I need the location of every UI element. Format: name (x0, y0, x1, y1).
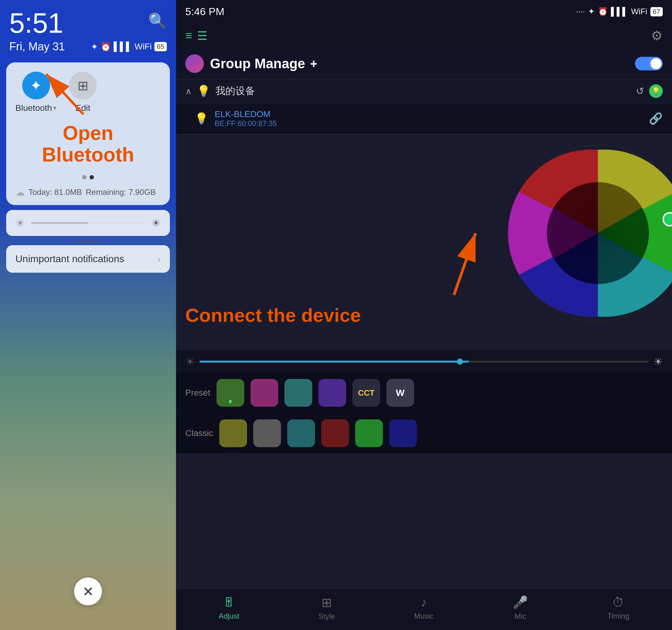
right-battery: 67 (650, 7, 663, 16)
nav-adjust[interactable]: 🎚 Adjust (219, 596, 239, 621)
mic-label: Mic (515, 612, 526, 621)
app-header: ≡ ☰ ⚙ (176, 23, 672, 48)
brightness-slider[interactable] (31, 222, 145, 224)
refresh-icon[interactable]: ↺ (636, 85, 644, 97)
preset-chip-cct[interactable]: CCT (352, 379, 380, 407)
right-bluetooth-icon: ✦ (588, 7, 595, 16)
group-title: Group Manage + (210, 56, 317, 71)
device-section-title: 我的设备 (216, 84, 631, 98)
close-icon: ✕ (82, 584, 94, 600)
nav-style[interactable]: ⊞ Style (318, 596, 335, 621)
nav-timing[interactable]: ⏱ Timing (607, 596, 629, 621)
classic-chip-olive[interactable] (219, 419, 247, 447)
battery-badge: 65 (154, 42, 167, 51)
svg-point-5 (663, 213, 672, 226)
style-icon: ⊞ (321, 596, 332, 610)
classic-chip-green[interactable] (355, 419, 383, 447)
nav-mic[interactable]: 🎤 Mic (513, 595, 528, 621)
data-usage-row: ☁ Today: 81.0MB Remaining: 7.90GB (16, 187, 161, 198)
left-date: Fri, May 31 (9, 40, 65, 53)
sun-dim-icon: ☀ (16, 217, 25, 229)
group-avatar (185, 54, 204, 73)
music-label: Music (414, 612, 434, 621)
right-panel: 5:46 PM ···· ✦ ⏰ ▌▌▌ WiFi 67 ≡ ☰ ⚙ Group… (176, 0, 672, 630)
search-icon[interactable]: 🔍 (148, 13, 167, 30)
right-signal-icon: ▌▌▌ (611, 7, 628, 16)
preset-label: Preset (185, 388, 210, 398)
classic-chip-teal[interactable] (287, 419, 315, 447)
settings-gear-icon[interactable]: ⚙ (651, 28, 663, 43)
dot-1 (82, 175, 87, 179)
bluetooth-quick-item[interactable]: ✦ Bluetooth ▾ (16, 72, 56, 113)
timing-icon: ⏱ (612, 596, 624, 609)
link-connected-badge: 💡 (649, 84, 663, 98)
add-group-button[interactable]: + (310, 57, 317, 71)
alarm-status-icon: ⏰ (100, 42, 111, 52)
chevron-up-icon[interactable]: ∧ (185, 86, 192, 96)
page-dots (16, 175, 161, 179)
brightness-card[interactable]: ☀ ☀ (6, 210, 170, 236)
right-wifi-icon: WiFi (631, 7, 647, 16)
chevron-right-icon: › (157, 253, 161, 265)
preset-chip-w[interactable]: W (386, 379, 414, 407)
sun-bright-icon: ☀ (151, 217, 161, 229)
color-wheel-area[interactable]: Connect the device (176, 134, 672, 350)
preset-chip-violet[interactable] (318, 379, 346, 407)
quick-settings-card: ✦ Bluetooth ▾ ⊞ Edit Open Bluetooth (6, 63, 170, 205)
nav-music[interactable]: ♪ Music (414, 596, 434, 621)
classic-chip-red[interactable] (321, 419, 349, 447)
connect-device-text: Connect the device (185, 305, 361, 326)
notifications-card[interactable]: Unimportant notifications › (6, 245, 170, 273)
device-header: ∧ 💡 我的设备 ↺ 💡 (176, 79, 672, 103)
chevron-down-icon: ▾ (53, 104, 56, 112)
classic-row: Classic (176, 413, 672, 453)
classic-chip-gray[interactable] (253, 419, 281, 447)
app-menu-icon[interactable]: ≡ (185, 29, 192, 42)
link-badge-icon: 💡 (652, 87, 660, 95)
right-time: 5:46 PM (185, 5, 224, 18)
svg-line-7 (454, 233, 476, 295)
data-remaining: Remaining: 7.90GB (86, 188, 155, 197)
brightness-row-right[interactable]: ☀ ☀ (176, 350, 672, 373)
group-manage-bar: Group Manage + (176, 48, 672, 79)
quick-icons-row: ✦ Bluetooth ▾ ⊞ Edit (16, 72, 161, 113)
style-label: Style (318, 612, 335, 621)
connect-arrow (392, 209, 500, 301)
data-today: Today: 81.0MB (28, 188, 82, 197)
signal-bars-icon: ▌▌▌ (114, 42, 132, 52)
device-section: ∧ 💡 我的设备 ↺ 💡 💡 ELK-BLEDOM BE:FF:60:00:87… (176, 79, 672, 134)
close-button[interactable]: ✕ (74, 578, 102, 605)
device-model: ELK-BLEDOM (215, 109, 643, 119)
device-list-item[interactable]: 💡 ELK-BLEDOM BE:FF:60:00:87:35 🔗 (176, 103, 672, 134)
color-wheel[interactable] (505, 141, 672, 326)
music-icon: ♪ (421, 596, 427, 609)
edit-quick-item[interactable]: ⊞ Edit (69, 72, 97, 113)
dot-2 (90, 175, 94, 179)
drag-handle (76, 241, 100, 243)
brightness-max-icon: ☀ (653, 356, 663, 368)
preset-chip-teal[interactable] (284, 379, 312, 407)
bottom-nav: 🎚 Adjust ⊞ Style ♪ Music 🎤 Mic ⏱ Timing (176, 589, 672, 630)
group-toggle[interactable] (635, 57, 663, 70)
bluetooth-circle[interactable]: ✦ (22, 72, 50, 99)
brightness-knob (457, 359, 463, 365)
device-link-icon[interactable]: 🔗 (649, 112, 663, 125)
right-dots-icon: ···· (576, 7, 585, 16)
adjust-label: Adjust (219, 612, 239, 621)
bluetooth-status-icon: ✦ (91, 42, 98, 52)
app-list-icon[interactable]: ☰ (197, 29, 208, 43)
right-status-bar: 5:46 PM ···· ✦ ⏰ ▌▌▌ WiFi 67 (176, 0, 672, 23)
brightness-track[interactable] (199, 361, 649, 363)
preset-chip-green[interactable]: ● (216, 379, 244, 407)
left-status-icons: ✦ ⏰ ▌▌▌ WiFi 65 (91, 42, 167, 52)
preset-row: Preset ● CCT W (176, 373, 672, 413)
toggle-knob (650, 58, 662, 69)
device-info: ELK-BLEDOM BE:FF:60:00:87:35 (215, 109, 643, 128)
left-date-row: Fri, May 31 ✦ ⏰ ▌▌▌ WiFi 65 (0, 40, 176, 59)
edit-circle[interactable]: ⊞ (69, 72, 97, 99)
brightness-min-icon: ☀ (185, 356, 195, 368)
left-status-bar: 5:51 🔍 (0, 0, 176, 40)
classic-chip-blue[interactable] (389, 419, 417, 447)
device-action-icons: ↺ 💡 (636, 84, 663, 98)
preset-chip-purple[interactable] (250, 379, 278, 407)
